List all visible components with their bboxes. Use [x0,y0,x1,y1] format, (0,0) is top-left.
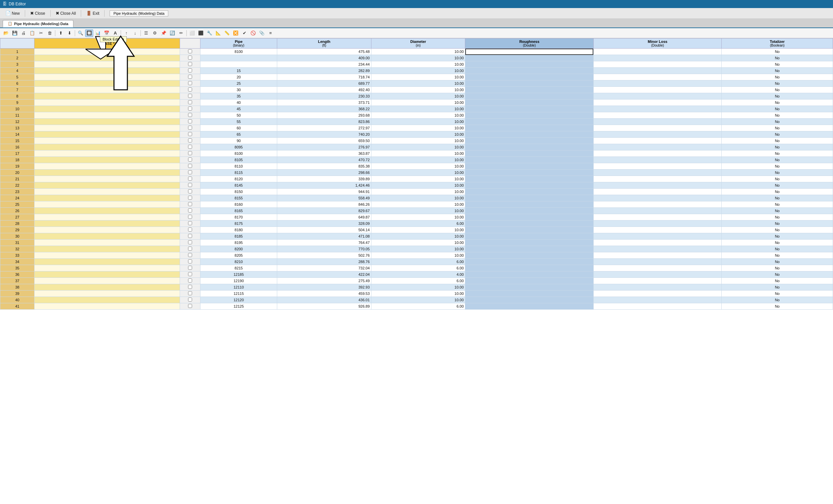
diameter-cell[interactable]: 6.00 [371,265,465,271]
row-checkbox[interactable] [188,240,192,244]
table-row[interactable]: 328200770.0510.00No [0,246,833,252]
row-checkbox[interactable] [188,253,192,257]
diameter-cell[interactable]: 10.00 [371,68,465,74]
table-row[interactable]: 520718.7410.00No [0,74,833,80]
totalizer-cell[interactable]: No [722,240,833,246]
minorloss-cell[interactable] [593,208,722,214]
pipe-cell[interactable]: 8175 [200,220,277,227]
row-checkbox-cell[interactable] [180,284,200,291]
base-cell[interactable] [34,252,180,259]
minorloss-cell[interactable] [593,61,722,68]
diameter-cell[interactable]: 6.00 [371,259,465,265]
base-cell[interactable] [34,163,180,170]
roughness-cell[interactable] [465,157,594,163]
row-checkbox[interactable] [188,272,192,276]
table-row[interactable]: 258160846.2610.00No [0,201,833,208]
totalizer-cell[interactable]: No [722,201,833,208]
base-cell[interactable] [34,271,180,278]
totalizer-cell[interactable]: No [722,227,833,233]
roughness-cell[interactable] [465,119,594,125]
toolbar-sort-asc[interactable]: ↑ [122,29,130,37]
length-cell[interactable]: 764.47 [277,240,372,246]
minorloss-cell[interactable] [593,163,722,170]
row-checkbox[interactable] [188,88,192,92]
minorloss-cell[interactable] [593,157,722,163]
minorloss-cell[interactable] [593,119,722,125]
table-row[interactable]: 358215732.046.00No [0,265,833,271]
totalizer-cell[interactable]: No [722,163,833,170]
row-checkbox-cell[interactable] [180,208,200,214]
length-cell[interactable]: 718.74 [277,74,372,80]
minorloss-cell[interactable] [593,182,722,189]
length-cell[interactable]: 740.20 [277,131,372,138]
diameter-cell[interactable]: 10.00 [371,214,465,220]
row-checkbox-cell[interactable] [180,74,200,80]
row-checkbox-cell[interactable] [180,61,200,68]
row-checkbox[interactable] [188,126,192,130]
roughness-cell[interactable] [465,265,594,271]
totalizer-cell[interactable]: No [722,252,833,259]
totalizer-cell[interactable]: No [722,74,833,80]
minorloss-cell[interactable] [593,278,722,284]
pipe-cell[interactable] [200,55,277,61]
pipe-cell[interactable]: 15 [200,68,277,74]
pipe-cell[interactable]: 30 [200,87,277,93]
totalizer-cell[interactable]: No [722,303,833,310]
base-cell[interactable] [34,189,180,195]
col-header-minorloss[interactable]: Minor Loss (Double) [593,39,722,49]
base-cell[interactable] [34,125,180,131]
length-cell[interactable]: 475.48 [277,49,372,55]
roughness-cell[interactable] [465,259,594,265]
diameter-cell[interactable]: 6.00 [371,278,465,284]
minorloss-cell[interactable] [593,240,722,246]
base-cell[interactable] [34,144,180,150]
row-checkbox[interactable] [188,202,192,206]
diameter-cell[interactable]: 10.00 [371,189,465,195]
minorloss-cell[interactable] [593,271,722,278]
base-cell[interactable] [34,182,180,189]
row-checkbox[interactable] [188,266,192,270]
row-checkbox-cell[interactable] [180,297,200,303]
minorloss-cell[interactable] [593,131,722,138]
row-checkbox-cell[interactable] [180,220,200,227]
row-checkbox[interactable] [188,227,192,232]
length-cell[interactable]: 368.22 [277,106,372,112]
col-header-totalizer[interactable]: Totalizer (Boolean) [722,39,833,49]
row-checkbox-cell[interactable] [180,252,200,259]
roughness-cell[interactable] [465,176,594,182]
roughness-cell[interactable] [465,297,594,303]
row-checkbox[interactable] [188,170,192,174]
pipe-cell[interactable]: 8155 [200,195,277,201]
table-row[interactable]: 288175328.096.00No [0,220,833,227]
minorloss-cell[interactable] [593,195,722,201]
row-checkbox[interactable] [188,279,192,283]
pipe-cell[interactable]: 8200 [200,246,277,252]
length-cell[interactable]: 328.09 [277,220,372,227]
roughness-cell[interactable] [465,144,594,150]
roughness-cell[interactable] [465,61,594,68]
length-cell[interactable]: 944.91 [277,189,372,195]
diameter-cell[interactable]: 10.00 [371,157,465,163]
table-row[interactable]: 1150293.6810.00No [0,112,833,119]
base-cell[interactable] [34,278,180,284]
base-cell[interactable] [34,99,180,106]
base-cell[interactable] [34,214,180,220]
length-cell[interactable]: 659.50 [277,138,372,144]
base-cell[interactable] [34,68,180,74]
row-checkbox-cell[interactable] [180,131,200,138]
minorloss-cell[interactable] [593,265,722,271]
table-row[interactable]: 1360272.9710.00No [0,125,833,131]
length-cell[interactable]: 436.01 [277,297,372,303]
toolbar-ban[interactable]: 🚫 [249,29,257,37]
roughness-cell[interactable] [465,291,594,297]
table-row[interactable]: 1255823.8610.00No [0,119,833,125]
table-row[interactable]: 2281451,424.4610.00No [0,182,833,189]
row-checkbox-cell[interactable] [180,144,200,150]
base-cell[interactable] [34,208,180,214]
totalizer-cell[interactable]: No [722,80,833,87]
row-checkbox[interactable] [188,304,192,308]
length-cell[interactable]: 829.67 [277,208,372,214]
roughness-cell[interactable] [465,170,594,176]
totalizer-cell[interactable]: No [722,189,833,195]
base-cell[interactable] [34,303,180,310]
